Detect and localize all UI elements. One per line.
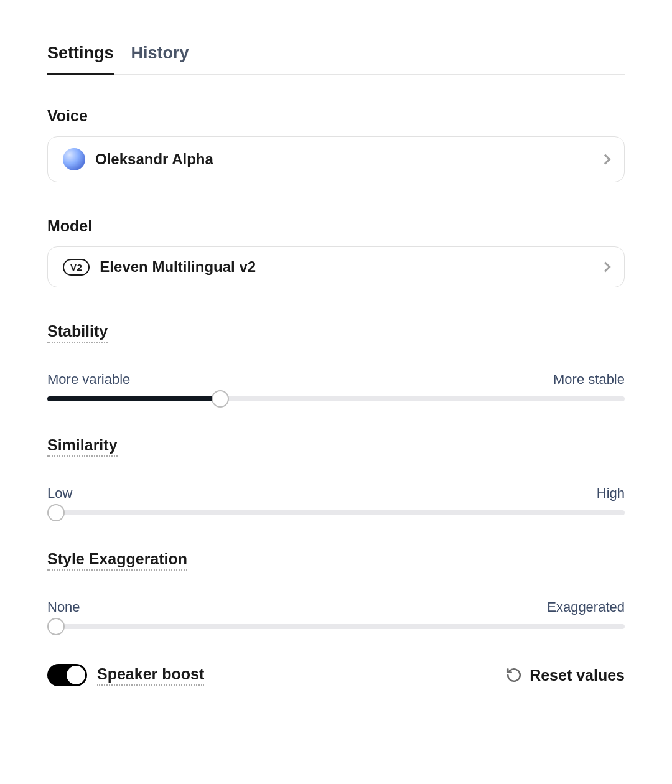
tabs-bar: Settings History (47, 44, 625, 75)
style-min-label: None (47, 599, 80, 615)
similarity-section: Similarity Low High (47, 436, 625, 515)
similarity-thumb[interactable] (47, 504, 65, 521)
stability-fill (47, 396, 220, 401)
chevron-right-icon (600, 262, 611, 273)
stability-max-label: More stable (553, 371, 625, 388)
style-slider[interactable] (47, 624, 625, 629)
model-section: Model V2 Eleven Multilingual v2 (47, 217, 625, 287)
version-badge: V2 (63, 259, 90, 276)
stability-min-label: More variable (47, 371, 130, 388)
reset-label: Reset values (530, 666, 625, 684)
stability-label: Stability (47, 322, 108, 343)
similarity-label: Similarity (47, 436, 118, 457)
model-label: Model (47, 217, 625, 235)
similarity-max-label: High (597, 485, 625, 502)
tab-history[interactable]: History (131, 44, 189, 75)
stability-slider[interactable] (47, 396, 625, 401)
style-max-label: Exaggerated (547, 599, 625, 615)
reset-button[interactable]: Reset values (506, 666, 625, 684)
similarity-min-label: Low (47, 485, 72, 502)
style-thumb[interactable] (47, 618, 65, 635)
chevron-right-icon (600, 154, 611, 165)
voice-label: Voice (47, 107, 625, 125)
stability-section: Stability More variable More stable (47, 322, 625, 401)
speaker-boost-group: Speaker boost (47, 664, 204, 686)
voice-section: Voice Oleksandr Alpha (47, 107, 625, 182)
voice-select[interactable]: Oleksandr Alpha (47, 136, 625, 182)
tab-settings[interactable]: Settings (47, 44, 114, 75)
toggle-knob (67, 666, 85, 684)
similarity-slider[interactable] (47, 510, 625, 515)
style-label: Style Exaggeration (47, 550, 187, 571)
speaker-boost-label: Speaker boost (97, 665, 204, 686)
style-section: Style Exaggeration None Exaggerated (47, 550, 625, 629)
reset-icon (506, 667, 522, 683)
model-selected-text: Eleven Multilingual v2 (100, 258, 256, 276)
speaker-boost-toggle[interactable] (47, 664, 87, 686)
voice-avatar-icon (63, 148, 85, 170)
model-select[interactable]: V2 Eleven Multilingual v2 (47, 246, 625, 287)
voice-selected-text: Oleksandr Alpha (95, 151, 213, 168)
stability-thumb[interactable] (212, 390, 229, 408)
bottom-row: Speaker boost Reset values (47, 664, 625, 686)
